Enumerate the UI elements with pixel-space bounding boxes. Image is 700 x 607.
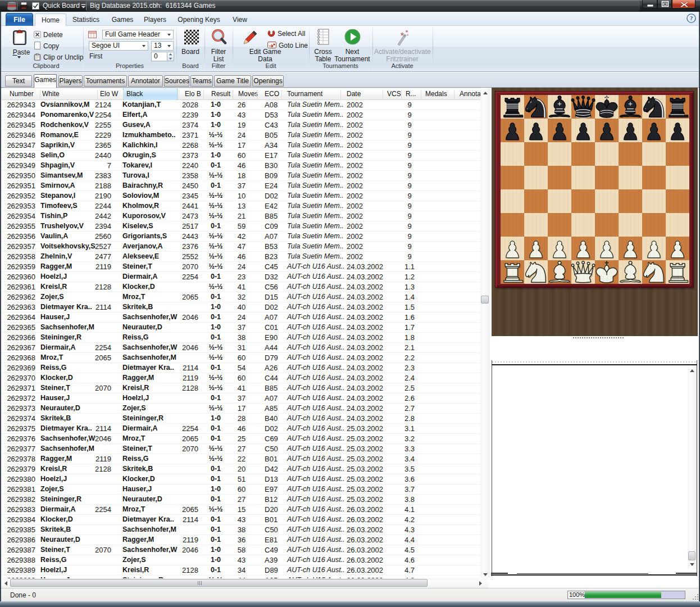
- svg-text:?: ?: [690, 15, 693, 21]
